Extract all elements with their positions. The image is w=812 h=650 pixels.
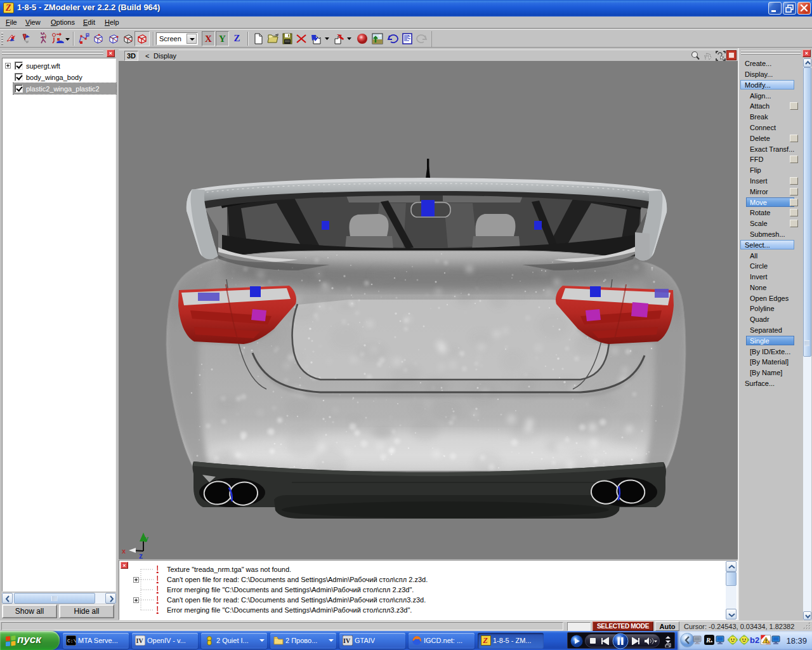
svg-text:x: x	[122, 547, 126, 555]
svg-text:z: z	[139, 552, 143, 559]
svg-text:R: R	[705, 636, 710, 644]
svg-text:IV: IV	[136, 637, 144, 644]
svg-text:Z: Z	[483, 636, 488, 645]
svg-text:IV: IV	[343, 637, 351, 644]
svg-text:C:\: C:\	[67, 638, 76, 644]
svg-text:y: y	[145, 534, 149, 542]
